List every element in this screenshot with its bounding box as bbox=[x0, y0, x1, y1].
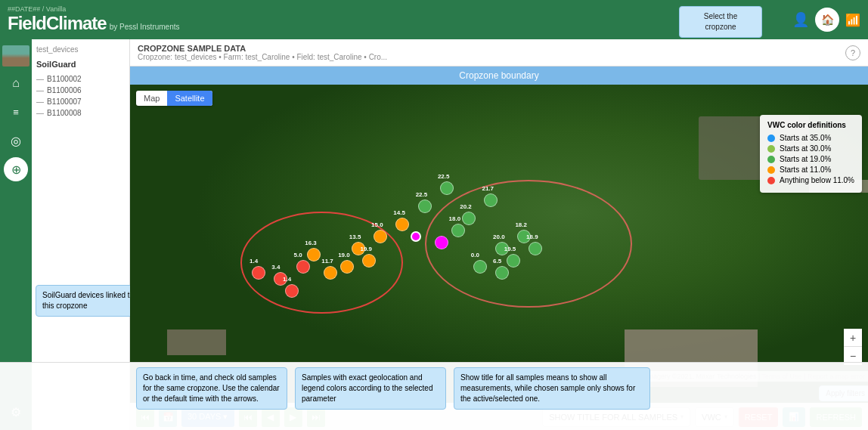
vwc-legend: VWC color definitions Starts at 35.0% St… bbox=[760, 115, 862, 193]
data-point[interactable]: 11.7 bbox=[324, 266, 337, 280]
header-date-label: ##DATE## / Vanilla bbox=[8, 5, 180, 13]
cropzone-boundary-label: Cropzone boundary bbox=[130, 67, 868, 85]
data-point[interactable]: 20.2 bbox=[462, 212, 476, 225]
legend-item-1: Starts at 35.0% bbox=[767, 134, 854, 142]
legend-dot-1 bbox=[767, 135, 775, 142]
header-actions: 👤 🏠 📶 bbox=[792, 8, 860, 32]
soilguard-annotation: SoilGuard devices linked to this cropzon… bbox=[36, 285, 141, 317]
device-item[interactable]: — B1100007 bbox=[36, 96, 125, 107]
content-title: CROPZONE SAMPLE DATA bbox=[138, 44, 387, 53]
data-point[interactable]: 19.9 bbox=[362, 254, 376, 268]
content-header: CROPZONE SAMPLE DATA Cropzone: test_devi… bbox=[130, 39, 868, 67]
device-label-2: B1100006 bbox=[47, 86, 82, 94]
device-label-4: B1100008 bbox=[47, 109, 82, 117]
legend-item-2: Starts at 30.0% bbox=[767, 144, 854, 153]
zoom-in-button[interactable]: + bbox=[844, 329, 862, 347]
logo: FieldClimate bbox=[8, 13, 107, 34]
device-icon-2: — bbox=[36, 86, 44, 94]
legend-item-4: Starts at 11.0% bbox=[767, 166, 854, 174]
device-item[interactable]: — B1100008 bbox=[36, 107, 125, 119]
help-icon[interactable]: ? bbox=[845, 45, 860, 60]
legend-item-3: Starts at 19.0% bbox=[767, 155, 854, 163]
map-zoom-controls: + − bbox=[844, 329, 862, 365]
map-container: 22.522.520.221.718.014.515.013.55.03.41.… bbox=[130, 85, 868, 403]
device-icon-1: — bbox=[36, 75, 44, 83]
legend-dot-5 bbox=[767, 177, 775, 184]
data-point[interactable] bbox=[435, 236, 448, 249]
data-point[interactable]: 5.0 bbox=[296, 260, 310, 274]
legend-dot-4 bbox=[767, 166, 775, 174]
person-icon[interactable]: 👤 bbox=[792, 11, 809, 28]
select-cropzone-text: Select the cropzone bbox=[704, 12, 737, 31]
device-name-label: test_devices bbox=[36, 45, 125, 54]
select-cropzone-annotation: Select the cropzone bbox=[679, 6, 762, 38]
device-thumbnail bbox=[2, 45, 29, 67]
data-point[interactable]: 16.3 bbox=[307, 248, 321, 261]
sidebar-item-layers[interactable]: ≡ bbox=[4, 100, 28, 124]
data-point[interactable]: 15.0 bbox=[374, 230, 387, 243]
data-point[interactable]: 14.5 bbox=[395, 218, 409, 231]
data-point[interactable]: 6.5 bbox=[495, 266, 509, 280]
data-point[interactable]: 18.0 bbox=[451, 224, 465, 237]
soilguard-section-title: SoilGuard bbox=[36, 60, 125, 69]
sidebar-item-sensor[interactable]: ⊕ bbox=[4, 157, 28, 181]
device-item[interactable]: — B1100006 bbox=[36, 85, 125, 96]
device-label-1: B1100002 bbox=[47, 75, 82, 83]
map-tabs: Map Satellite bbox=[136, 91, 212, 106]
data-point[interactable]: 0.0 bbox=[473, 260, 487, 274]
home-nav-icon[interactable]: 🏠 bbox=[815, 8, 839, 32]
data-point[interactable]: 21.7 bbox=[484, 193, 498, 207]
device-icon-3: — bbox=[36, 97, 44, 106]
signal-icon: 📶 bbox=[845, 13, 860, 27]
data-point[interactable]: 22.5 bbox=[418, 200, 432, 213]
bottom-annotations: Go back in time, and check old samples f… bbox=[0, 362, 868, 430]
sidebar-item-home[interactable]: ⌂ bbox=[4, 71, 28, 95]
logo-suffix: by Pessl Instruments bbox=[110, 23, 180, 31]
data-points-container: 22.522.520.221.718.014.515.013.55.03.41.… bbox=[130, 85, 868, 403]
device-item[interactable]: — B1100002 bbox=[36, 73, 125, 85]
selected-data-point[interactable] bbox=[411, 231, 421, 242]
data-point[interactable]: 22.5 bbox=[440, 181, 454, 195]
data-point[interactable]: 18.9 bbox=[529, 242, 542, 255]
data-point[interactable]: 1.4 bbox=[285, 284, 299, 298]
annotation-geolocation: Samples with exact geolocation and legen… bbox=[295, 367, 446, 410]
content-subtitle: Cropzone: test_devices • Farm: test_Caro… bbox=[138, 53, 387, 61]
sidebar-item-map[interactable]: ◎ bbox=[4, 128, 28, 153]
legend-title: VWC color definitions bbox=[767, 121, 854, 129]
tab-map[interactable]: Map bbox=[136, 91, 167, 106]
annotation-go-back: Go back in time, and check old samples f… bbox=[136, 367, 287, 410]
tab-satellite[interactable]: Satellite bbox=[167, 91, 212, 106]
legend-dot-3 bbox=[767, 156, 775, 163]
data-point[interactable]: 19.5 bbox=[507, 254, 520, 268]
legend-dot-2 bbox=[767, 145, 775, 153]
data-point[interactable]: 19.0 bbox=[340, 260, 354, 274]
annotation-show-title: Show title for all samples means to show… bbox=[454, 367, 650, 410]
legend-item-5: Anything below 11.0% bbox=[767, 176, 854, 184]
device-icon-4: — bbox=[36, 109, 44, 117]
device-label-3: B1100007 bbox=[47, 97, 82, 106]
data-point[interactable]: 1.4 bbox=[252, 266, 265, 280]
